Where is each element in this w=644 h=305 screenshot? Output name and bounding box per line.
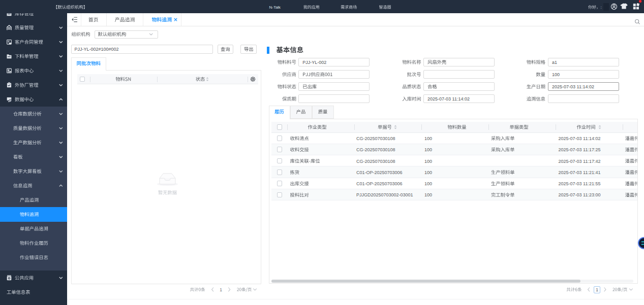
svg-text:C01-OP-20250703006: C01-OP-20250703006 xyxy=(356,170,403,175)
svg-text:C01-OP-20250703006: C01-OP-20250703006 xyxy=(356,181,403,186)
svg-text:2025-07-03 11:23:00: 2025-07-03 11:23:00 xyxy=(559,192,601,197)
svg-text:100: 100 xyxy=(424,136,432,141)
svg-text:1: 1 xyxy=(220,287,222,292)
svg-text:PJJ-YL-002#100#002: PJJ-YL-002#100#002 xyxy=(75,47,119,52)
svg-text::: : xyxy=(601,5,602,10)
svg-text:PJJGD20250703002-03001: PJJGD20250703002-03001 xyxy=(356,192,413,197)
svg-text:CG-202507030108: CG-202507030108 xyxy=(356,159,395,164)
svg-text:2025-07-03 11:14:02: 2025-07-03 11:14:02 xyxy=(559,136,601,141)
svg-text:CG-202507030108: CG-202507030108 xyxy=(356,147,395,152)
svg-text:100: 100 xyxy=(424,181,432,186)
svg-text:100: 100 xyxy=(552,72,560,77)
svg-text:2025-07-03 11:14:02: 2025-07-03 11:14:02 xyxy=(552,84,594,89)
svg-text:100: 100 xyxy=(424,170,432,175)
svg-text:CG-202507030108: CG-202507030108 xyxy=(356,136,395,141)
svg-text:100: 100 xyxy=(424,192,432,197)
svg-text:2025-07-03 11:17:25: 2025-07-03 11:17:25 xyxy=(559,147,601,152)
svg-text:2025-07-03 11:21:41: 2025-07-03 11:21:41 xyxy=(559,170,601,175)
svg-text:100: 100 xyxy=(424,159,432,164)
svg-text:PJJ-YL-002: PJJ-YL-002 xyxy=(302,60,326,65)
svg-text:a1: a1 xyxy=(552,60,557,65)
svg-text:2025-07-03 11:14:02: 2025-07-03 11:14:02 xyxy=(427,96,470,101)
svg-text:N-Talk: N-Talk xyxy=(269,5,281,10)
svg-text:2025-07-03 11:17:42: 2025-07-03 11:17:42 xyxy=(559,159,601,164)
svg-text:1: 1 xyxy=(596,287,598,292)
svg-text:100: 100 xyxy=(424,147,432,152)
svg-text:2025-07-03 11:21:55: 2025-07-03 11:21:55 xyxy=(559,181,601,186)
